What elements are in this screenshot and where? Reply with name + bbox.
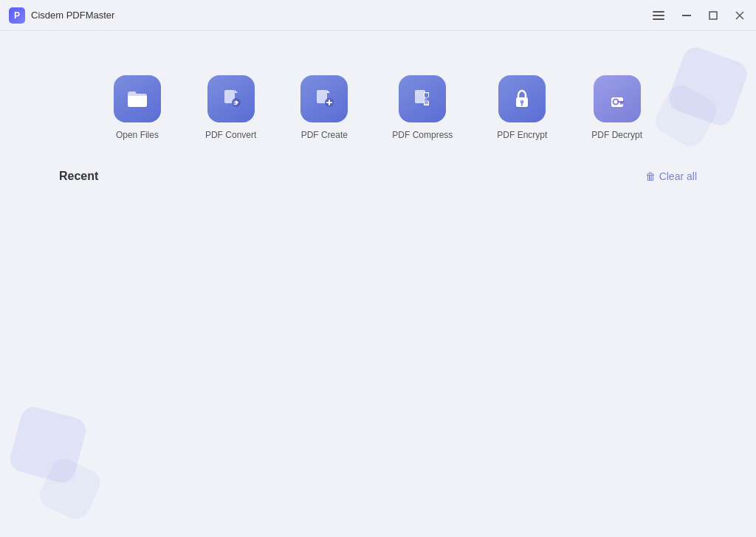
trash-icon: 🗑 [645,170,656,182]
titlebar-controls [650,8,747,23]
folder-icon [125,86,150,111]
svg-rect-10 [415,90,425,103]
titlebar: P Cisdem PDFMaster [0,0,756,31]
menu-button[interactable] [650,8,667,23]
pdf-create-icon-box [300,75,348,122]
open-files-label: Open Files [116,130,159,140]
pdf-compress-action[interactable]: PDF Compress [392,75,453,140]
pdf-convert-action[interactable]: PDF Convert [205,75,256,140]
recent-header: Recent 🗑 Clear all [59,170,697,183]
minimize-button[interactable] [679,12,694,19]
clear-all-label: Clear all [659,170,697,182]
pdf-create-action[interactable]: PDF Create [300,75,348,140]
close-button[interactable] [732,8,747,23]
pdf-compress-label: PDF Compress [392,130,453,140]
open-files-action[interactable]: Open Files [114,75,161,140]
recent-section: Recent 🗑 Clear all [0,140,756,183]
titlebar-left: P Cisdem PDFMaster [9,7,114,24]
pdf-encrypt-label: PDF Encrypt [497,130,547,140]
pdf-create-label: PDF Create [301,130,348,140]
pdf-convert-icon-box [207,75,255,122]
convert-icon [219,86,244,111]
compress-icon [410,86,435,111]
recent-title: Recent [59,170,98,183]
pdf-decrypt-action[interactable]: PDF Decrypt [591,75,642,140]
maximize-button[interactable] [706,8,721,23]
pdf-decrypt-icon-box [594,75,641,122]
app-title: Cisdem PDFMaster [31,10,114,21]
create-icon [312,86,337,111]
decrypt-icon [605,86,630,111]
pdf-encrypt-icon-box [498,75,546,122]
quick-actions-section: Open Files PDF Convert [0,31,756,140]
pdf-compress-icon-box [399,75,446,122]
svg-rect-1 [709,12,717,19]
pdf-convert-label: PDF Convert [205,130,256,140]
hamburger-icon [653,11,664,20]
app-icon: P [9,7,25,24]
encrypt-icon [509,86,535,111]
pdf-decrypt-label: PDF Decrypt [591,130,642,140]
main-content: Open Files PDF Convert [0,31,756,537]
svg-rect-0 [682,15,691,16]
pdf-encrypt-action[interactable]: PDF Encrypt [497,75,547,140]
clear-all-button[interactable]: 🗑 Clear all [645,170,697,182]
open-files-icon-box [114,75,161,122]
